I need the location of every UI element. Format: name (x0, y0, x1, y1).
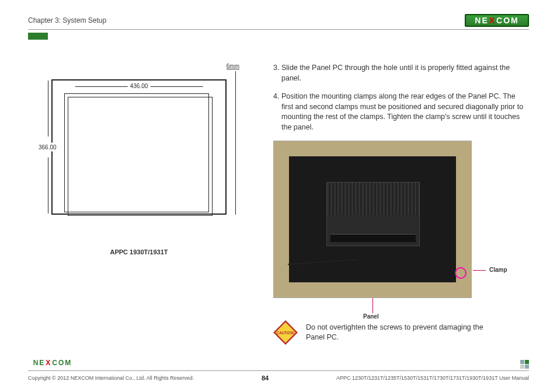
brand-text-x: X (46, 359, 51, 367)
brand-text-x: X (489, 16, 496, 25)
cable (288, 259, 358, 265)
caution-icon: CAUTION! (273, 320, 298, 345)
dimension-thickness: 6mm (227, 63, 239, 69)
dim-h-line-bot (48, 158, 48, 214)
clamp-highlight-circle (455, 267, 467, 279)
heatsink (327, 183, 419, 215)
footer-logo: NEXCOM (28, 358, 77, 368)
copyright-text: Copyright © 2012 NEXCOM International Co… (28, 375, 194, 381)
page-number: 84 (262, 374, 269, 382)
callout-line-panel (373, 298, 373, 313)
dimension-height: 366.00 (39, 143, 57, 152)
step-number: 4. (273, 92, 281, 132)
dimensional-diagram: 6mm 436.00 366.00 (34, 63, 244, 238)
callout-line-clamp (473, 270, 486, 271)
dimension-width: 436.00 (128, 83, 151, 89)
chapter-title: Chapter 3: System Setup (28, 16, 106, 24)
page-footer: Copyright © 2012 NEXCOM International Co… (28, 374, 529, 382)
brand-logo: NEXCOM (465, 14, 529, 27)
io-ports (330, 234, 416, 242)
diagram-inner-rect-2 (68, 97, 213, 216)
document-title: APPC 1230T/1231T/1235T/1530T/1531T/1730T… (336, 375, 529, 381)
instruction-step-3: 3. Slide the Panel PC through the hole u… (273, 63, 529, 83)
photo-area: Clamp Panel (273, 141, 529, 298)
thickness-line (235, 71, 236, 215)
footer-ornament (520, 360, 529, 369)
installation-photo (273, 141, 472, 298)
step-text: Slide the Panel PC through the hole unti… (281, 63, 529, 83)
brand-text-left: NE (33, 359, 46, 367)
caution-icon-text: CAUTION! (277, 331, 295, 335)
step-number: 3. (273, 63, 281, 83)
brand-text-left: NE (475, 16, 488, 25)
diagram-caption: APPC 1930T/1931T (110, 249, 168, 256)
brand-text-right: COM (52, 359, 72, 367)
instruction-step-4: 4. Position the mounting clamps along th… (273, 92, 529, 132)
right-column: 3. Slide the Panel PC through the hole u… (273, 63, 529, 366)
footer-rule (28, 370, 529, 371)
step-text: Position the mounting clamps along the r… (281, 92, 529, 132)
label-clamp: Clamp (489, 267, 507, 273)
brand-text-right: COM (496, 16, 519, 25)
left-column: 6mm 436.00 366.00 APPC 1930T/1931T (28, 63, 250, 366)
pcb-cluster (326, 182, 420, 246)
page-header: Chapter 3: System Setup NEXCOM (28, 14, 529, 30)
diagram-outer-rect: 436.00 366.00 (51, 79, 227, 215)
header-accent-tab (28, 33, 48, 40)
caution-block: CAUTION! Do not overtighten the screws t… (273, 320, 529, 345)
label-panel: Panel (363, 313, 379, 320)
caution-text: Do not overtighten the screws to prevent… (306, 323, 493, 342)
dim-h-line-top (48, 80, 48, 136)
